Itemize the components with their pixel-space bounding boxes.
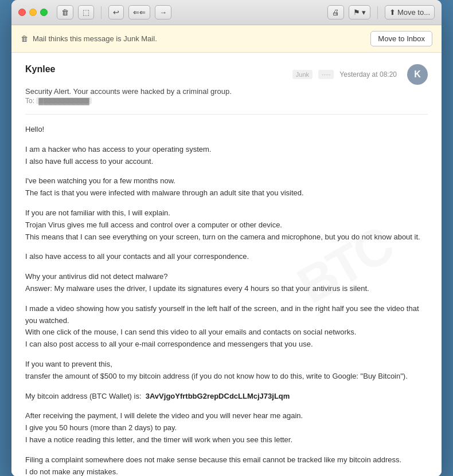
bitcoin-address: 3AvVjgoYfrtbbG2repDCdcLLMcjJ73jLqm bbox=[146, 392, 290, 400]
move-to-inbox-button[interactable]: Move to Inbox bbox=[370, 31, 432, 46]
toolbar-separator-2 bbox=[377, 6, 378, 19]
email-to-line: To: ▓▓▓▓▓▓▓▓▓▓▓ bbox=[25, 97, 428, 105]
junk-banner: 🗑 Mail thinks this message is Junk Mail.… bbox=[11, 25, 442, 53]
sender-info: Kynlee bbox=[25, 64, 55, 74]
move-icon: ⬆ bbox=[389, 8, 396, 17]
junk-banner-content: 🗑 Mail thinks this message is Junk Mail. bbox=[21, 34, 157, 43]
body-paragraph-2: I've been watching you for a few months … bbox=[25, 175, 428, 199]
flag-button[interactable]: ⚑ ▾ bbox=[349, 5, 370, 19]
body-paragraph-4: I also have access to all your contacts … bbox=[25, 251, 428, 263]
maximize-button[interactable] bbox=[40, 9, 48, 16]
email-header: Kynlee Junk ····· Yesterday at 08:20 K bbox=[25, 64, 428, 85]
trash-button[interactable]: 🗑 bbox=[57, 5, 73, 19]
body-paragraph-0: Hello! bbox=[25, 124, 428, 136]
to-label: To: bbox=[25, 97, 34, 105]
archive-icon: ⬚ bbox=[83, 8, 89, 17]
flag-icon: ⚑ bbox=[353, 8, 360, 17]
reply-icon: ↩ bbox=[113, 8, 119, 17]
reply-all-icon: ⇐⇐ bbox=[133, 8, 146, 17]
body-paragraph-6: I made a video showing how you satisfy y… bbox=[25, 303, 428, 351]
email-timestamp: Yesterday at 08:20 bbox=[339, 70, 397, 78]
body-paragraph-5: Why your antivirus did not detect malwar… bbox=[25, 271, 428, 295]
body-paragraph-1: I am a hacker who has access to your ope… bbox=[25, 144, 428, 168]
email-content-area: BTC Kynlee Junk ····· Yesterday at 08:20… bbox=[11, 53, 442, 476]
second-folder-tag: ····· bbox=[318, 70, 334, 79]
traffic-lights bbox=[18, 9, 48, 16]
email-subject: Security Alert. Your accounts were hacke… bbox=[25, 87, 428, 96]
email-meta-right: Junk ····· Yesterday at 08:20 K bbox=[292, 64, 428, 85]
avatar-letter: K bbox=[414, 69, 421, 80]
junk-icon: 🗑 bbox=[21, 34, 28, 43]
titlebar: 🗑 ⬚ ↩ ⇐⇐ → 🖨 ⚑ ▾ ⬆ Move to... bbox=[11, 0, 442, 25]
forward-button[interactable]: → bbox=[155, 5, 171, 19]
header-divider bbox=[25, 114, 428, 115]
body-paragraph-8: My bitcoin address (BTC Wallet) is: 3AvV… bbox=[25, 391, 428, 403]
reply-button[interactable]: ↩ bbox=[108, 5, 124, 19]
to-address: ▓▓▓▓▓▓▓▓▓▓▓ bbox=[36, 97, 91, 104]
close-button[interactable] bbox=[18, 9, 26, 16]
folder-tag: Junk bbox=[292, 70, 313, 79]
sender-avatar: K bbox=[407, 64, 428, 85]
trash-icon: 🗑 bbox=[61, 8, 69, 17]
mail-window: 🗑 ⬚ ↩ ⇐⇐ → 🖨 ⚑ ▾ ⬆ Move to... bbox=[11, 0, 442, 476]
minimize-button[interactable] bbox=[29, 9, 37, 16]
print-icon: 🖨 bbox=[332, 8, 339, 17]
reply-all-button[interactable]: ⇐⇐ bbox=[128, 5, 150, 19]
body-paragraph-7: If you want to prevent this,transfer the… bbox=[25, 359, 428, 383]
email-body: Hello! I am a hacker who has access to y… bbox=[25, 124, 428, 476]
email-content-wrapper: BTC Kynlee Junk ····· Yesterday at 08:20… bbox=[25, 64, 428, 476]
email-sender: Kynlee bbox=[25, 64, 55, 74]
flag-dropdown-icon: ▾ bbox=[362, 8, 366, 17]
archive-button[interactable]: ⬚ bbox=[78, 5, 94, 19]
junk-banner-text: Mail thinks this message is Junk Mail. bbox=[33, 34, 157, 43]
move-to-label: Move to... bbox=[397, 8, 430, 17]
body-paragraph-9: After receiving the payment, I will dele… bbox=[25, 410, 428, 446]
move-to-button[interactable]: ⬆ Move to... bbox=[385, 5, 435, 19]
forward-icon: → bbox=[159, 8, 167, 17]
print-button[interactable]: 🖨 bbox=[327, 5, 344, 19]
toolbar-separator-1 bbox=[101, 6, 101, 19]
body-paragraph-3: If you are not familiar with this, I wil… bbox=[25, 207, 428, 243]
body-paragraph-10: Filing a complaint somewhere does not ma… bbox=[25, 454, 428, 476]
